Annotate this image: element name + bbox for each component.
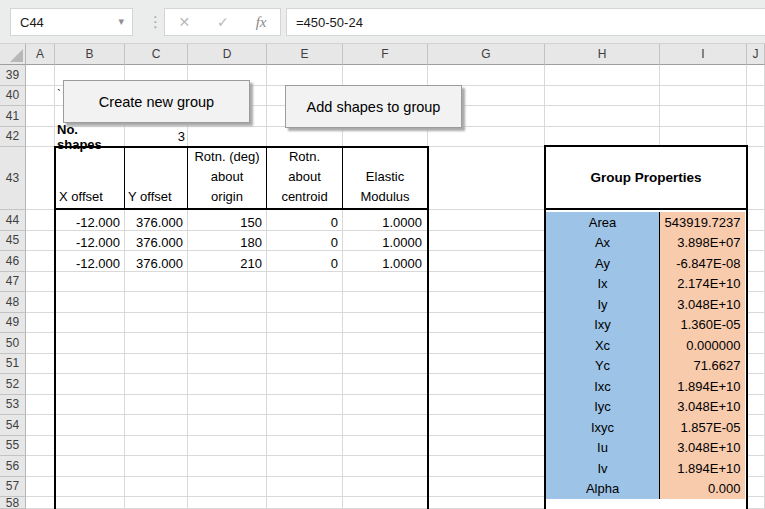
no-shapes-value-cell[interactable]: 3: [125, 126, 185, 147]
cancel-icon[interactable]: ✕: [178, 14, 190, 30]
column-header-F[interactable]: F: [343, 44, 428, 65]
group-property-label[interactable]: Ixc: [546, 376, 660, 397]
name-box[interactable]: C44 ▾: [10, 8, 133, 36]
row-header-42[interactable]: 42: [0, 127, 26, 148]
worksheet-grid[interactable]: ABCDEFGHIJ 39404142434445464748495051525…: [0, 44, 765, 509]
row-header-51[interactable]: 51: [0, 354, 26, 375]
row-header-45[interactable]: 45: [0, 231, 26, 252]
row-header-47[interactable]: 47: [0, 272, 26, 293]
group-property-label[interactable]: Iy: [546, 294, 660, 315]
group-property-value[interactable]: -6.847E-08: [660, 253, 745, 274]
select-all-corner[interactable]: [0, 44, 26, 65]
group-property-value[interactable]: 1.894E+10: [660, 376, 745, 397]
shapes-table-header-cell[interactable]: Rotn. (deg) about origin: [188, 148, 267, 208]
group-property-row: Ixyc1.857E-05: [546, 417, 746, 438]
group-property-value[interactable]: 3.898E+07: [660, 233, 745, 254]
insert-function-icon[interactable]: fx: [256, 14, 267, 31]
shapes-table-cell[interactable]: 0: [267, 233, 343, 254]
group-property-row: Iy3.048E+10: [546, 294, 746, 315]
shapes-table-row: -12.000376.00021001.0000: [56, 253, 427, 274]
shapes-table-cell[interactable]: 150: [188, 212, 267, 233]
create-new-group-button[interactable]: Create new group: [63, 80, 250, 123]
row-header-58[interactable]: 58: [0, 497, 26, 509]
group-property-label[interactable]: Yc: [546, 356, 660, 377]
group-property-value[interactable]: 71.6627: [660, 356, 745, 377]
group-property-value[interactable]: 543919.7237: [660, 212, 745, 233]
group-property-row: Iu3.048E+10: [546, 438, 746, 459]
cell-note-mark: `: [57, 88, 61, 102]
group-property-value[interactable]: 1.360E-05: [660, 315, 745, 336]
shapes-table-cell[interactable]: -12.000: [56, 253, 125, 274]
row-header-46[interactable]: 46: [0, 251, 26, 272]
shapes-table-header-cell[interactable]: Y offset: [125, 148, 188, 208]
group-properties-table: Group Properties Area543919.7237Ax3.898E…: [544, 145, 748, 509]
row-header-41[interactable]: 41: [0, 106, 26, 127]
shapes-table-header-cell[interactable]: X offset: [56, 148, 125, 208]
shapes-table-cell[interactable]: 376.000: [125, 253, 188, 274]
shapes-table-cell[interactable]: -12.000: [56, 233, 125, 254]
group-property-value[interactable]: 3.048E+10: [660, 397, 745, 418]
shapes-table-cell[interactable]: 1.0000: [343, 233, 427, 254]
group-property-value[interactable]: 1.857E-05: [660, 417, 745, 438]
column-header-I[interactable]: I: [660, 44, 747, 65]
group-property-value[interactable]: 1.894E+10: [660, 458, 745, 479]
shapes-table-cell[interactable]: -12.000: [56, 212, 125, 233]
group-property-value[interactable]: 0.000: [660, 479, 745, 500]
row-header-54[interactable]: 54: [0, 415, 26, 436]
shapes-input-table: X offsetY offsetRotn. (deg) about origin…: [54, 146, 429, 509]
formula-bar: C44 ▾ ⋮ ✕ ✓ fx =450-50-24: [0, 0, 765, 44]
name-box-dropdown-icon[interactable]: ▾: [118, 15, 124, 28]
shapes-table-cell[interactable]: 210: [188, 253, 267, 274]
group-property-label[interactable]: Ax: [546, 233, 660, 254]
group-property-label[interactable]: Iu: [546, 438, 660, 459]
group-property-row: Iv1.894E+10: [546, 458, 746, 479]
shapes-table-cell[interactable]: 376.000: [125, 233, 188, 254]
no-shapes-label: No. shapes: [57, 126, 125, 147]
row-header-53[interactable]: 53: [0, 395, 26, 416]
group-property-label[interactable]: Xc: [546, 335, 660, 356]
column-header-B[interactable]: B: [55, 44, 125, 65]
shapes-table-cell[interactable]: 180: [188, 233, 267, 254]
row-header-49[interactable]: 49: [0, 313, 26, 334]
row-header-39[interactable]: 39: [0, 65, 26, 86]
shapes-table-header-cell[interactable]: Elastic Modulus: [343, 148, 427, 208]
group-property-label[interactable]: Ay: [546, 253, 660, 274]
column-header-G[interactable]: G: [428, 44, 545, 65]
row-header-55[interactable]: 55: [0, 436, 26, 457]
group-property-value[interactable]: 2.174E+10: [660, 274, 745, 295]
group-property-value[interactable]: 3.048E+10: [660, 438, 745, 459]
shapes-table-cell[interactable]: 1.0000: [343, 212, 427, 233]
column-header-E[interactable]: E: [267, 44, 343, 65]
group-property-value[interactable]: 0.000000: [660, 335, 745, 356]
column-header-J[interactable]: J: [747, 44, 765, 65]
row-header-40[interactable]: 40: [0, 86, 26, 107]
group-property-label[interactable]: Iv: [546, 458, 660, 479]
add-shapes-to-group-button[interactable]: Add shapes to group: [285, 85, 462, 128]
column-header-C[interactable]: C: [125, 44, 188, 65]
group-property-label[interactable]: Area: [546, 212, 660, 233]
group-property-label[interactable]: Ixy: [546, 315, 660, 336]
shapes-table-header-cell[interactable]: Rotn. about centroid: [267, 148, 343, 208]
column-header-D[interactable]: D: [188, 44, 267, 65]
column-header-A[interactable]: A: [26, 44, 55, 65]
group-property-label[interactable]: Ix: [546, 274, 660, 295]
shapes-table-cell[interactable]: 1.0000: [343, 253, 427, 274]
group-property-label[interactable]: Alpha: [546, 479, 660, 500]
group-property-value[interactable]: 3.048E+10: [660, 294, 745, 315]
group-property-label[interactable]: Iyc: [546, 397, 660, 418]
row-header-50[interactable]: 50: [0, 333, 26, 354]
formula-input[interactable]: =450-50-24: [286, 8, 765, 36]
row-header-43[interactable]: 43: [0, 147, 26, 210]
row-header-44[interactable]: 44: [0, 210, 26, 231]
enter-icon[interactable]: ✓: [217, 14, 229, 30]
row-header-57[interactable]: 57: [0, 477, 26, 498]
row-header-48[interactable]: 48: [0, 292, 26, 313]
shapes-table-cell[interactable]: 376.000: [125, 212, 188, 233]
group-property-label[interactable]: Ixyc: [546, 417, 660, 438]
row-header-56[interactable]: 56: [0, 456, 26, 477]
shapes-table-cell[interactable]: 0: [267, 212, 343, 233]
row-header-52[interactable]: 52: [0, 374, 26, 395]
column-header-H[interactable]: H: [545, 44, 660, 65]
group-property-row: Alpha0.000: [546, 479, 746, 500]
shapes-table-cell[interactable]: 0: [267, 253, 343, 274]
